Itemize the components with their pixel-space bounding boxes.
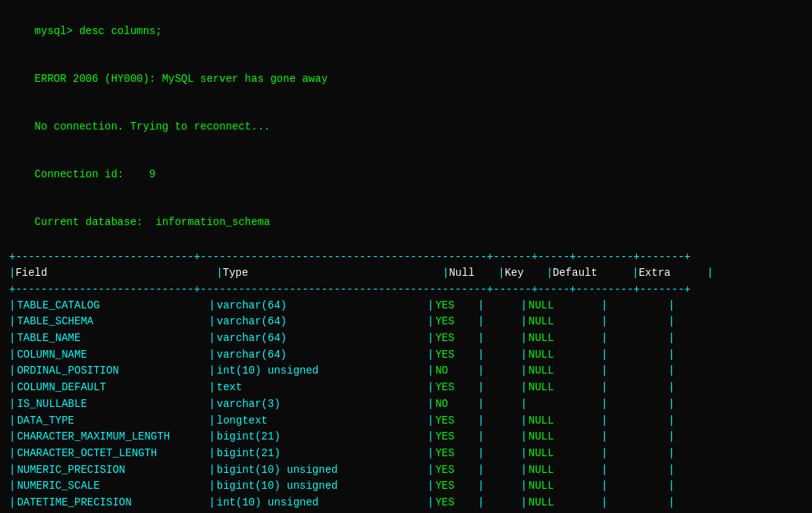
error-line-2: No connection. Trying to reconnect...	[9, 103, 803, 151]
table-row: | CHARACTER_OCTET_LENGTH | bigint(21) | …	[9, 446, 803, 462]
header-key: Key	[505, 265, 547, 282]
table-header-row: | Field | Type | Null | Key | Default | …	[9, 265, 803, 282]
error-line-3: Connection id: 9	[9, 151, 803, 199]
table-row: | NUMERIC_PRECISION | bigint(10) unsigne…	[9, 462, 803, 479]
error-line-4: Current database: information_schema	[9, 199, 803, 246]
table-row: | CHARACTER_MAXIMUM_LENGTH | bigint(21) …	[9, 429, 803, 446]
border-top: +----------------------------+----------…	[9, 249, 803, 265]
table-row: | NUMERIC_SCALE | bigint(10) unsigned | …	[9, 478, 803, 495]
header-type: Type	[223, 265, 443, 282]
table-row: | IS_NULLABLE | varchar(3) | NO | | | |	[9, 396, 803, 413]
table-row: | COLUMN_DEFAULT | text | YES | | NULL |…	[9, 380, 803, 396]
table-row: | TABLE_CATALOG | varchar(64) | YES | | …	[9, 298, 803, 314]
error-line-1: ERROR 2006 (HY000): MySQL server has gon…	[9, 55, 803, 103]
table-row: | TABLE_NAME | varchar(64) | YES | | NUL…	[9, 330, 803, 347]
border-mid: +----------------------------+----------…	[9, 282, 803, 298]
results-table: +----------------------------+----------…	[9, 249, 803, 513]
header-extra: Extra	[638, 265, 707, 282]
header-field: Field	[15, 265, 216, 282]
terminal-output: mysql> desc columns; ERROR 2006 (HY000):…	[9, 8, 803, 246]
table-row: | DATETIME_PRECISION | int(10) unsigned …	[9, 495, 803, 511]
table-row: | DATA_TYPE | longtext | YES | | NULL | …	[9, 413, 803, 430]
table-row: | COLUMN_NAME | varchar(64) | YES | | NU…	[9, 347, 803, 364]
prompt: mysql> desc columns;	[35, 25, 162, 37]
prompt-line: mysql> desc columns;	[9, 8, 803, 55]
table-row: | ORDINAL_POSITION | int(10) unsigned | …	[9, 363, 803, 380]
table-body: | TABLE_CATALOG | varchar(64) | YES | | …	[9, 298, 803, 513]
table-row: | TABLE_SCHEMA | varchar(64) | YES | | N…	[9, 314, 803, 330]
header-null: Null	[449, 265, 498, 282]
header-default: Default	[553, 265, 632, 282]
